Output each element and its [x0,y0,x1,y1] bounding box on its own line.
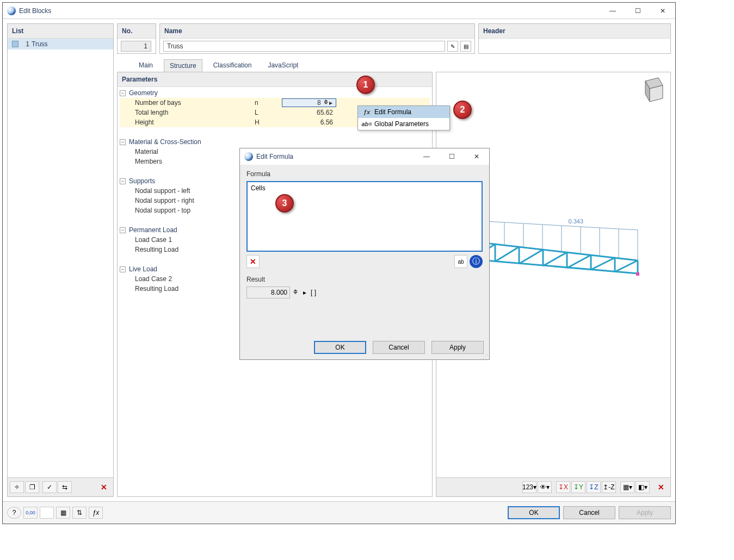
name-panel: Name ✎ ▤ [159,23,475,54]
decimals-button[interactable]: 0,00 [23,507,38,519]
name-header: Name [160,24,474,39]
close-button[interactable]: ✕ [650,3,675,19]
group-geometry[interactable]: −Geometry [120,88,430,98]
modal-titlebar: Edit Formula — ☐ ✕ [240,148,489,165]
collapse-icon[interactable]: − [120,227,126,233]
list-item-num: 1 [22,40,29,48]
modal-maximize-button[interactable]: ☐ [439,148,464,165]
collapse-icon[interactable]: − [120,266,126,272]
no-panel: No. [117,23,156,54]
modal-close-button[interactable]: ✕ [464,148,489,165]
header-header: Header [479,24,670,39]
edit-blocks-window: Edit Blocks — ☐ ✕ List 1 Truss ✧ ❐ [2,2,676,524]
main-cancel-button[interactable]: Cancel [563,506,615,519]
resize-grip-icon[interactable]: ⋰ [483,355,488,358]
main-ok-button[interactable]: OK [508,506,560,519]
parameters-header: Parameters [118,72,432,87]
badge-1: 1 [356,76,375,94]
modal-footer: OK Cancel Apply [240,335,489,359]
svg-line-31 [615,260,638,272]
minimize-button[interactable]: — [600,3,625,19]
tab-structure[interactable]: Structure [164,59,202,72]
formula-context-menu: ƒx Edit Formula ab= Global Parameters [357,105,450,130]
multi-button[interactable]: ▦ [56,507,70,519]
modal-apply-button[interactable]: Apply [431,341,484,354]
axis-z-button[interactable]: ↧Z [587,481,601,493]
clear-formula-button[interactable]: ✕ [246,255,260,268]
formula-input[interactable]: Cells [246,181,483,252]
fx-icon: ƒx [362,108,371,116]
list-toolbar: ✧ ❐ ✓ ⇆ ✕ [8,477,113,496]
no-input[interactable] [121,41,151,52]
axis-neg-z-button[interactable]: ↥-Z [602,481,616,493]
window-title: Edit Blocks [19,7,51,15]
group-material[interactable]: −Material & Cross-Section [120,137,430,147]
app-icon [7,7,16,15]
app-icon [244,152,253,161]
maximize-button[interactable]: ☐ [625,3,650,19]
menu-global-parameters[interactable]: ab= Global Parameters [358,118,449,130]
help-button[interactable]: ? [7,507,21,519]
modal-minimize-button[interactable]: — [414,148,439,165]
units-button[interactable]: ⇅ [72,507,87,519]
collapse-icon[interactable]: − [120,178,126,184]
info-button[interactable]: ⓘ [470,255,483,268]
check-button[interactable]: ✓ [42,481,57,493]
axis-y-button[interactable]: ↧Y [571,481,585,493]
ab-icon: ab= [362,120,371,128]
result-input[interactable] [246,287,290,298]
new-block-button[interactable]: ✧ [10,481,24,493]
tabs: Main Structure Classification JavaScript [117,54,671,72]
no-header: No. [118,24,156,39]
truss-color-box [12,41,18,47]
tab-main[interactable]: Main [133,59,158,72]
library-icon[interactable]: ▤ [460,41,471,52]
swap-button[interactable]: ⇆ [58,481,72,493]
titlebar: Edit Blocks — ☐ ✕ [3,3,675,19]
view-button[interactable]: 👁▾ [538,481,552,493]
main-footer: ? 0,00 ▦ ⇅ ƒx OK Cancel Apply [3,501,675,524]
result-step-button[interactable]: ▸ [303,289,306,296]
white-square-button[interactable] [40,507,54,519]
ab-button[interactable]: ab [454,255,467,268]
modal-title: Edit Formula [256,153,293,160]
svg-line-26 [495,247,519,262]
spinner-icon[interactable] [323,99,329,107]
window-controls: — ☐ ✕ [600,3,675,19]
edit-formula-dialog: Edit Formula — ☐ ✕ Formula Cells ✕ ab ⓘ … [239,148,490,360]
tab-classification[interactable]: Classification [208,59,257,72]
modal-ok-button[interactable]: OK [314,341,366,354]
svg-line-29 [567,255,591,268]
top-panels: No. Name ✎ ▤ Header [117,23,671,54]
delete-block-button[interactable]: ✕ [97,481,111,493]
iso-view-button[interactable]: ◧▾ [636,481,650,493]
svg-line-30 [591,258,615,270]
axis-cube-icon[interactable] [634,76,667,108]
list-item-truss[interactable]: 1 Truss [8,39,113,49]
badge-3: 3 [275,194,294,213]
show-numbers-button[interactable]: 123▾ [522,481,536,493]
svg-rect-33 [636,272,639,276]
left-panel: List 1 Truss ✧ ❐ ✓ ⇆ ✕ [7,23,114,497]
result-label: Result [246,276,483,283]
render-mode-button[interactable]: ▦▾ [620,481,634,493]
preview-toolbar: 123▾ 👁▾ ↧X ↧Y ↧Z ↥-Z ▦▾ ◧▾ ✕ [436,477,670,496]
menu-edit-formula[interactable]: ƒx Edit Formula [358,106,449,118]
modal-cancel-button[interactable]: Cancel [373,341,425,354]
tab-javascript[interactable]: JavaScript [262,59,304,72]
result-spinner-icon[interactable] [292,289,299,296]
name-input[interactable] [163,41,445,52]
axis-x-button[interactable]: ↧X [556,481,570,493]
formula-label: Formula [246,170,483,178]
fx-toolbar-button[interactable]: ƒx [89,507,103,519]
collapse-icon[interactable]: − [120,90,126,96]
svg-line-28 [543,252,567,266]
copy-block-button[interactable]: ❐ [25,481,39,493]
reset-preview-button[interactable]: ✕ [654,481,668,493]
svg-line-27 [519,250,543,264]
collapse-icon[interactable]: − [120,139,126,145]
edit-name-icon[interactable]: ✎ [447,41,458,52]
bays-value-input[interactable]: 8 ▸ [282,98,336,108]
list-item-label: Truss [32,40,48,48]
main-apply-button: Apply [619,506,671,519]
